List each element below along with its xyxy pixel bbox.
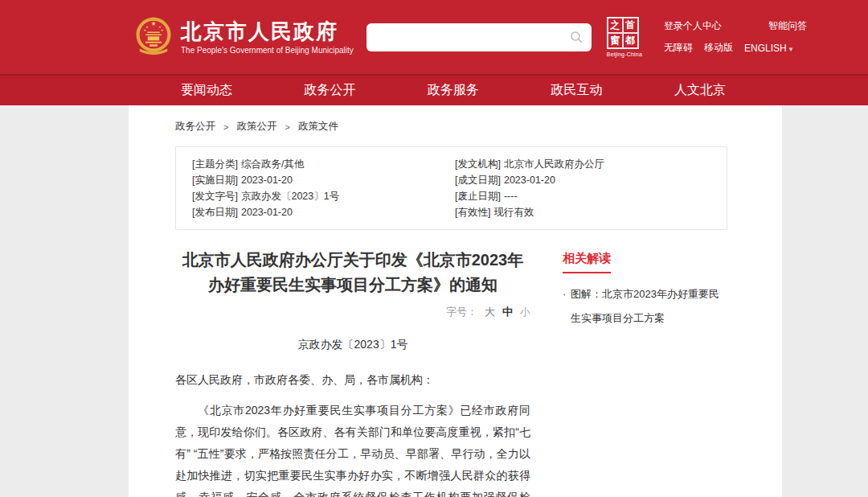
- nav-item-news[interactable]: 要闻动态: [181, 82, 232, 99]
- chevron-down-icon: ▾: [789, 45, 793, 53]
- smart-qa-link[interactable]: 智能问答: [768, 19, 807, 33]
- capital-window-logo[interactable]: 之 首 窗 都 Beijing-China: [607, 17, 642, 57]
- svg-text:★: ★: [143, 28, 146, 32]
- content-panel: 政务公开 > 政策公开 > 政策文件 [主题分类]综合政务/其他 [实施日期]2…: [129, 105, 782, 497]
- breadcrumb-item[interactable]: 政务公开: [175, 120, 215, 133]
- site-logo[interactable]: ★ ★ ★ ★ ★ 北京市人民政府 The People's Governmen…: [135, 15, 354, 59]
- english-link[interactable]: ENGLISH▾: [744, 43, 792, 54]
- breadcrumb: 政务公开 > 政策公开 > 政策文件: [175, 120, 782, 133]
- document-number: 京政办发〔2023〕1号: [175, 338, 530, 352]
- site-title: 北京市人民政府: [181, 19, 354, 43]
- breadcrumb-separator: >: [223, 122, 228, 132]
- primary-nav: 要闻动态 政务公开 政务服务 政民互动 人文北京: [0, 74, 868, 105]
- nav-item-interaction[interactable]: 政民互动: [551, 82, 603, 99]
- search-box[interactable]: [366, 23, 592, 51]
- meta-row: [成文日期]2023-01-20: [455, 172, 727, 188]
- article-column: 北京市人民政府办公厅关于印发《北京市2023年办好重要民生实事项目分工方案》的通…: [175, 230, 530, 497]
- related-reading-link[interactable]: ·图解：北京市2023年办好重要民生实事项目分工方案: [563, 282, 727, 331]
- salutation: 各区人民政府，市政府各委、办、局，各市属机构：: [175, 369, 530, 391]
- site-subtitle: The People's Government of Beijing Munic…: [181, 46, 354, 55]
- national-emblem-icon: ★ ★ ★ ★ ★: [135, 15, 172, 59]
- breadcrumb-item[interactable]: 政策公开: [236, 120, 276, 133]
- nav-item-gov-affairs[interactable]: 政务公开: [305, 82, 356, 99]
- page-title: 北京市人民政府办公厅关于印发《北京市2023年办好重要民生实事项目分工方案》的通…: [175, 248, 530, 298]
- mobile-version-link[interactable]: 移动版: [704, 41, 733, 55]
- nav-item-culture[interactable]: 人文北京: [674, 82, 726, 99]
- seal-caption: Beijing-China: [607, 51, 642, 57]
- search-input[interactable]: [376, 31, 570, 43]
- document-meta-box: [主题分类]综合政务/其他 [实施日期]2023-01-20 [发文字号]京政办…: [175, 146, 727, 230]
- seal-char: 首: [623, 18, 638, 33]
- seal-char: 窗: [608, 33, 623, 48]
- site-header: ★ ★ ★ ★ ★ 北京市人民政府 The People's Governmen…: [0, 0, 868, 74]
- svg-text:★: ★: [161, 28, 164, 32]
- meta-row: [发文机构]北京市人民政府办公厅: [455, 156, 727, 172]
- nav-item-gov-services[interactable]: 政务服务: [428, 82, 479, 99]
- svg-text:★: ★: [150, 20, 156, 27]
- seal-char: 之: [608, 18, 623, 33]
- meta-row: [废止日期]----: [455, 188, 727, 204]
- body-paragraph: 《北京市2023年办好重要民生实事项目分工方案》已经市政府同意，现印发给你们。各…: [175, 400, 530, 497]
- capital-window-seal: 之 首 窗 都: [607, 17, 639, 49]
- search-icon[interactable]: [570, 31, 583, 43]
- seal-char: 都: [623, 33, 638, 48]
- bullet-icon: ·: [563, 282, 566, 306]
- font-size-medium-button[interactable]: 中: [502, 306, 513, 318]
- login-link[interactable]: 登录个人中心: [664, 19, 722, 33]
- related-reading-heading: 相关解读: [563, 251, 611, 273]
- meta-row: [实施日期]2023-01-20: [192, 172, 455, 188]
- meta-row: [有效性]现行有效: [455, 204, 727, 220]
- related-sidebar: 相关解读 ·图解：北京市2023年办好重要民生实事项目分工方案: [563, 230, 727, 331]
- font-size-large-button[interactable]: 大: [485, 306, 495, 318]
- breadcrumb-item-current[interactable]: 政策文件: [298, 120, 338, 133]
- accessibility-link[interactable]: 无障碍: [664, 41, 693, 55]
- meta-row: [主题分类]综合政务/其他: [192, 156, 455, 172]
- font-size-small-button[interactable]: 小: [520, 306, 530, 318]
- breadcrumb-separator: >: [285, 122, 289, 132]
- font-size-controls: 字号：大中小: [175, 305, 530, 319]
- meta-row: [发文字号]京政办发〔2023〕1号: [192, 188, 455, 204]
- meta-row: [发布日期]2023-01-20: [192, 204, 455, 220]
- font-size-label: 字号：: [446, 306, 477, 318]
